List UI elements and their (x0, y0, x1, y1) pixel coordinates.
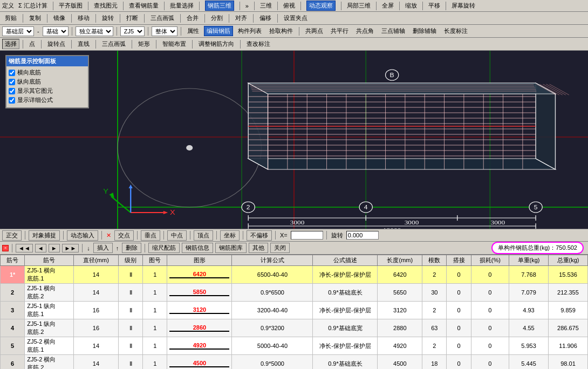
cell-name[interactable]: ZJ5-1 横向 底筋.2 (25, 284, 74, 302)
btn-parallel[interactable]: 共平行 (328, 26, 351, 36)
cell-formula[interactable]: 3200-40-40 (232, 302, 313, 319)
menu-3d[interactable]: 三维 (260, 2, 272, 10)
cell-length[interactable]: 6420 (378, 266, 422, 284)
btn-perpendicular[interactable]: 垂点 (141, 230, 160, 241)
cell-loss[interactable]: 0 (471, 302, 509, 319)
btn-snap[interactable]: 对象捕捉 (29, 230, 60, 241)
cell-unit-wt[interactable]: 5.953 (509, 337, 549, 355)
cell-lap[interactable]: 0 (447, 266, 471, 284)
cell-total-wt[interactable]: 212.355 (548, 284, 587, 302)
btn-shrink-rebar[interactable]: 缩尺配筋 (148, 243, 180, 253)
btn-angle[interactable]: 共点角 (353, 26, 377, 36)
check-other-input[interactable] (9, 88, 15, 94)
cell-grade[interactable]: Ⅱ (118, 302, 142, 319)
cell-name[interactable]: ZJ5-1 横向 底筋.1 (25, 266, 74, 284)
table-row[interactable]: 4 ZJ5-1 纵向 底筋.2 16 Ⅱ 1 2860 0.9*3200 0.9… (1, 319, 588, 337)
btn-next[interactable]: ► (49, 244, 60, 252)
menu-pan[interactable]: 平移 (428, 2, 440, 10)
cell-dia[interactable]: 14 (74, 284, 119, 302)
cell-desc[interactable]: 0.9*基础底长 (313, 355, 378, 370)
menu-rebar-3d[interactable]: 钢筋三维 (205, 1, 234, 11)
cell-dia[interactable]: 14 (74, 355, 119, 370)
btn-split[interactable]: 分割 (208, 13, 225, 23)
cell-name[interactable]: ZJ5-1 纵向 底筋.1 (25, 302, 74, 319)
nav-close-btn[interactable]: × (2, 245, 9, 251)
check-formula-input[interactable] (9, 97, 15, 104)
cell-fig[interactable]: 1 (143, 355, 167, 370)
btn-other[interactable]: 其他 (249, 243, 268, 253)
btn-coord[interactable]: 坐标 (220, 230, 240, 241)
btn-intersection[interactable]: 交点 (114, 230, 134, 241)
cell-loss[interactable]: 0 (471, 355, 509, 370)
cell-length[interactable]: 5650 (378, 284, 422, 302)
menu-top-view[interactable]: 俯视 (283, 2, 295, 10)
check-vertical-input[interactable] (9, 79, 15, 85)
btn-break[interactable]: 打断 (124, 13, 141, 23)
cell-count[interactable]: 18 (422, 355, 447, 370)
cell-total-wt[interactable]: 9.859 (548, 302, 587, 319)
btn-component-list[interactable]: 构件列表 (235, 26, 264, 36)
cell-total-wt[interactable]: 11.906 (548, 337, 587, 355)
cell-unit-wt[interactable]: 4.93 (509, 302, 549, 319)
btn-midpoint[interactable]: 中点 (167, 230, 187, 241)
cell-loss[interactable]: 0 (471, 337, 509, 355)
menu-local-3d[interactable]: 局部三维 (347, 2, 371, 10)
cell-formula[interactable]: 0.9*3200 (232, 319, 313, 337)
btn-grip[interactable]: 设置夹点 (281, 13, 310, 23)
cell-shape[interactable]: 6420 (167, 266, 232, 284)
check-other[interactable]: 显示其它图元 (9, 87, 86, 95)
cell-loss[interactable]: 0 (471, 284, 509, 302)
cell-unit-wt[interactable]: 5.445 (509, 355, 549, 370)
btn-first[interactable]: ◄◄ (16, 244, 33, 252)
cell-name[interactable]: ZJ5-1 纵向 底筋.2 (25, 319, 74, 337)
cell-grade[interactable]: Ⅱ (118, 266, 142, 284)
more-arrow[interactable]: » (245, 3, 249, 9)
cell-loss[interactable]: 0 (471, 266, 509, 284)
cell-desc[interactable]: 0.9*基础底长 (313, 284, 378, 302)
cell-shape[interactable]: 5850 (167, 284, 232, 302)
cell-formula[interactable]: 6500-40-40 (232, 266, 313, 284)
cell-name[interactable]: ZJ5-2 横向 底筋.2 (25, 355, 74, 370)
btn-last[interactable]: ►► (62, 244, 79, 252)
btn-point[interactable]: 点 (26, 39, 38, 49)
cell-count[interactable]: 2 (422, 337, 447, 355)
btn-del-aux[interactable]: 删除辅轴 (410, 26, 439, 36)
table-row[interactable]: 6 ZJ5-2 横向 底筋.2 14 Ⅱ 1 4500 0.9*5000 0.9… (1, 355, 588, 370)
menu-rotate[interactable]: 屏幕旋转 (452, 2, 475, 10)
table-row[interactable]: 1* ZJ5-1 横向 底筋.1 14 Ⅱ 1 6420 6500-40-40 … (1, 266, 588, 284)
menu-calc[interactable]: Σ 汇总计算 (18, 2, 47, 10)
cell-lap[interactable]: 0 (447, 337, 471, 355)
btn-no-offset[interactable]: 不偏移 (247, 230, 272, 241)
btn-rect[interactable]: 矩形 (135, 39, 153, 49)
table-row[interactable]: 3 ZJ5-1 纵向 底筋.1 16 Ⅱ 1 3120 3200-40-40 净… (1, 302, 588, 319)
cell-lap[interactable]: 0 (447, 284, 471, 302)
cell-formula[interactable]: 0.9*5000 (232, 355, 313, 370)
btn-merge[interactable]: 合并 (184, 13, 201, 23)
cell-grade[interactable]: Ⅱ (118, 337, 142, 355)
btn-insert[interactable]: 插入 (93, 243, 113, 253)
menu-view-qty[interactable]: 查看钢筋量 (129, 2, 159, 10)
btn-edit-rebar[interactable]: 编辑钢筋 (204, 26, 233, 36)
btn-two-point[interactable]: 共两点 (303, 26, 326, 36)
cell-grade[interactable]: Ⅱ (118, 355, 142, 370)
cell-length[interactable]: 4920 (378, 337, 422, 355)
cell-dia[interactable]: 16 (74, 319, 119, 337)
btn-align[interactable]: 对齐 (233, 13, 250, 23)
menu-fullscreen[interactable]: 全屏 (382, 2, 394, 10)
btn-rotate-pt[interactable]: 旋转点 (45, 39, 68, 49)
btn-vertex[interactable]: 顶点 (194, 230, 213, 241)
cell-fig[interactable]: 1 (143, 266, 167, 284)
cell-formula[interactable]: 5000-40-40 (232, 337, 313, 355)
cell-count[interactable]: 2 (422, 302, 447, 319)
btn-property[interactable]: 属性 (184, 26, 202, 36)
btn-ortho[interactable]: 正交 (2, 230, 22, 241)
cell-grade[interactable]: Ⅱ (118, 319, 142, 337)
btn-edit-mark[interactable]: 查改标注 (244, 39, 273, 49)
btn-cut[interactable]: 剪贴 (2, 13, 19, 23)
cell-name[interactable]: ZJ5-2 横向 底筋.1 (25, 337, 74, 355)
menu-find[interactable]: 查找图元 (94, 2, 118, 10)
btn-close-table[interactable]: 关闭 (270, 243, 290, 253)
x-input[interactable] (291, 231, 323, 240)
btn-select[interactable]: 选择 (2, 39, 19, 49)
table-row[interactable]: 5 ZJ5-2 横向 底筋.1 14 Ⅱ 1 4920 5000-40-40 净… (1, 337, 588, 355)
